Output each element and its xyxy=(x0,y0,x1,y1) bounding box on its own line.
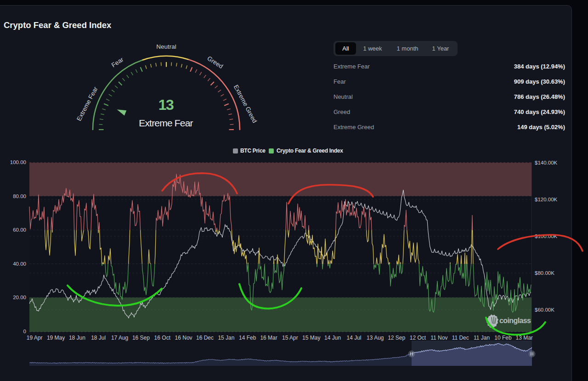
svg-text:12 Sep: 12 Sep xyxy=(388,335,405,341)
svg-text:14 Jul: 14 Jul xyxy=(346,335,361,341)
svg-text:16 Oct: 16 Oct xyxy=(154,335,171,341)
svg-text:19 May: 19 May xyxy=(47,335,65,341)
svg-text:15 Jan: 15 Jan xyxy=(218,335,234,341)
svg-text:18 Jul: 18 Jul xyxy=(91,335,106,341)
svg-text:13 Aug: 13 Aug xyxy=(367,335,384,341)
svg-text:20.00: 20.00 xyxy=(13,295,26,300)
svg-text:80.00: 80.00 xyxy=(13,193,26,199)
svg-text:100.00: 100.00 xyxy=(10,159,26,165)
svg-text:$60.00K: $60.00K xyxy=(535,307,554,313)
svg-text:18 Jun: 18 Jun xyxy=(69,335,85,341)
svg-text:40.00: 40.00 xyxy=(13,261,26,267)
svg-text:15 Apr: 15 Apr xyxy=(282,335,298,341)
svg-text:17 Aug: 17 Aug xyxy=(111,335,128,341)
svg-text:16 Sep: 16 Sep xyxy=(132,335,150,341)
svg-text:11 Nov: 11 Nov xyxy=(430,335,447,341)
svg-text:16 Nov: 16 Nov xyxy=(175,335,192,341)
svg-text:coinglass: coinglass xyxy=(499,317,531,324)
svg-text:16 Mar: 16 Mar xyxy=(260,335,277,341)
svg-text:$140.00K: $140.00K xyxy=(535,160,558,165)
svg-text:$120.00K: $120.00K xyxy=(535,197,558,202)
svg-text:0: 0 xyxy=(23,329,26,334)
svg-text:11 Dec: 11 Dec xyxy=(452,335,469,341)
svg-text:10 Feb: 10 Feb xyxy=(494,335,512,341)
svg-text:14 Jun: 14 Jun xyxy=(324,335,341,341)
svg-text:14 Feb: 14 Feb xyxy=(239,335,256,341)
svg-text:11 Jan: 11 Jan xyxy=(474,335,490,341)
svg-text:60.00: 60.00 xyxy=(13,227,26,233)
svg-text:12 Oct: 12 Oct xyxy=(410,335,426,341)
svg-text:$80.00K: $80.00K xyxy=(535,270,554,276)
svg-text:16 Dec: 16 Dec xyxy=(196,335,214,341)
svg-text:15 May: 15 May xyxy=(302,335,320,341)
svg-text:19 Apr: 19 Apr xyxy=(27,335,43,341)
